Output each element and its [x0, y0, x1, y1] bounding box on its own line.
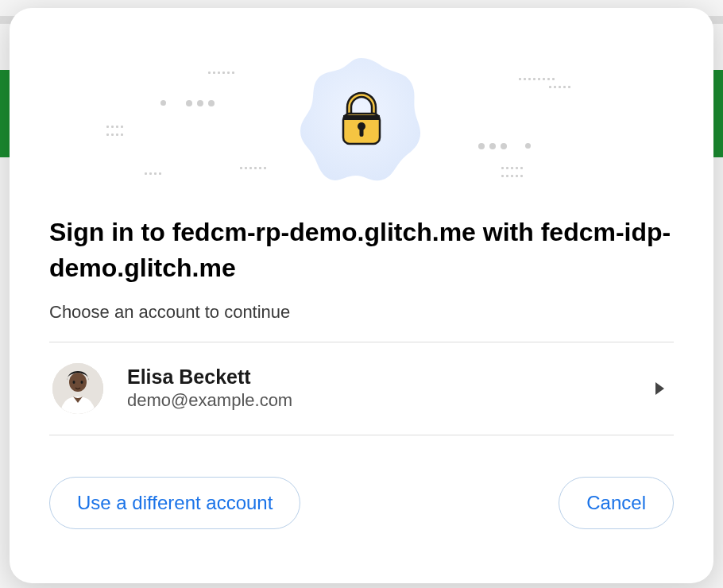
decorative-dashes — [106, 126, 123, 128]
decorative-dashes — [501, 175, 523, 177]
lock-icon — [337, 91, 386, 147]
decorative-dots — [186, 100, 215, 106]
svg-point-7 — [81, 381, 83, 384]
svg-point-6 — [73, 381, 75, 384]
decorative-dashes — [240, 167, 266, 169]
use-different-account-button[interactable]: Use a different account — [49, 477, 300, 529]
decorative-dots — [160, 100, 166, 106]
signin-dialog: Sign in to fedcm-rp-demo.glitch.me with … — [10, 8, 713, 583]
chevron-right-icon — [655, 382, 664, 395]
decorative-dashes — [208, 72, 234, 74]
decorative-dots — [525, 143, 531, 149]
cancel-button[interactable]: Cancel — [559, 477, 674, 529]
dialog-subtitle: Choose an account to continue — [49, 302, 674, 323]
decorative-dashes — [145, 172, 161, 175]
lock-badge — [294, 52, 429, 187]
account-option[interactable]: Elisa Beckett demo@example.com — [49, 342, 674, 435]
divider — [49, 435, 674, 435]
account-email: demo@example.com — [127, 390, 655, 411]
decorative-dashes — [519, 78, 555, 80]
user-avatar — [52, 363, 103, 414]
hero-illustration — [49, 40, 674, 199]
svg-rect-1 — [343, 115, 380, 120]
decorative-dashes — [549, 86, 570, 88]
account-info: Elisa Beckett demo@example.com — [127, 366, 655, 411]
decorative-dots — [478, 143, 507, 149]
dialog-title: Sign in to fedcm-rp-demo.glitch.me with … — [49, 215, 674, 286]
decorative-dashes — [106, 133, 123, 136]
svg-rect-3 — [360, 128, 364, 137]
dialog-actions: Use a different account Cancel — [49, 477, 674, 529]
account-name: Elisa Beckett — [127, 366, 655, 389]
decorative-dashes — [501, 167, 523, 169]
